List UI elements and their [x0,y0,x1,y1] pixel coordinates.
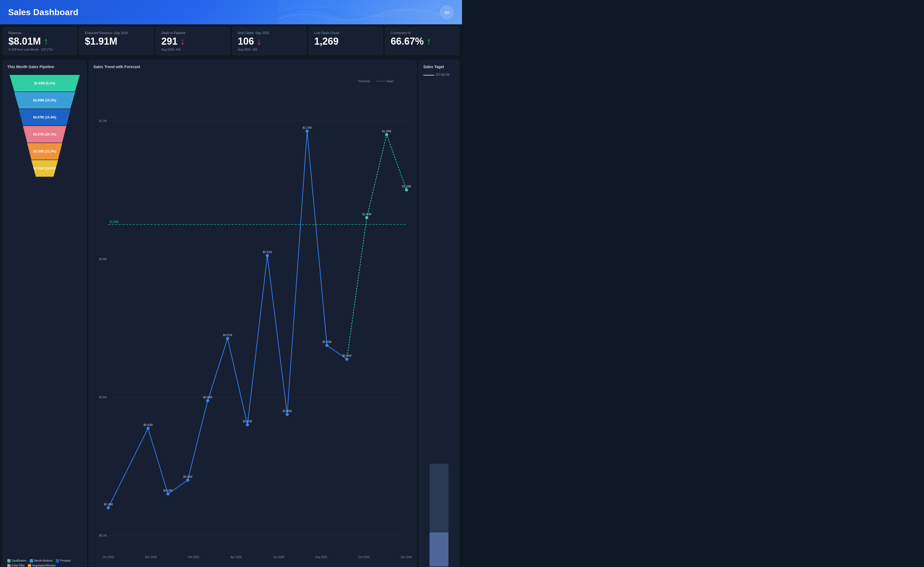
kpi-card-won_deals: Won Deals: Sep 2020 106 ↓ Aug 2020: 198 [232,27,307,55]
main-content: This Month Sales Pipeline $2.43M (8.2%)$… [0,58,462,567]
funnel-panel: This Month Sales Pipeline $2.43M (8.2%)$… [3,60,87,567]
svg-text:$1.00M: $1.00M [110,220,119,224]
legend-item: Qualification [7,559,27,562]
kpi-value: 66.67% ↑ [391,36,454,47]
legend-color-box [30,559,33,562]
svg-point-50 [405,189,408,191]
svg-text:$1.3M: $1.3M [99,119,107,122]
target-title: Sales Taget [423,64,455,69]
svg-text:Threshold:: Threshold: [358,80,370,83]
svg-text:$1.26M: $1.26M [382,129,391,132]
kpi-sub: Aug 2020: 445 [161,48,224,51]
svg-text:$0.22M: $0.22M [164,489,172,492]
kpi-label: Conversion % [391,31,454,35]
svg-text:$0.1M: $0.1M [99,534,107,537]
legend-item: Negotiation/Review [28,564,56,567]
svg-text:Dec 2019: Dec 2019 [145,556,157,559]
svg-text:Apr 2020: Apr 2020 [230,556,242,559]
legend-color-box [7,564,11,567]
svg-point-44 [346,358,348,360]
arrow-down-icon: ↓ [257,36,262,47]
legend-label: Initial Offer [12,564,25,567]
svg-rect-0 [108,86,406,553]
svg-text:$0.42M: $0.42M [243,420,252,423]
chart-area: $0.1M $0.5M $0.9M $1.3M Oct 2019Dec 2019… [93,73,412,567]
svg-text:$0.26M: $0.26M [183,475,192,478]
svg-text:$0.45M: $0.45M [283,410,292,412]
funnel-segment-3: $5.97M (20.1%) [23,126,66,143]
arrow-up-icon: ↑ [427,36,432,47]
kpi-sub: % Diff from Last Month : 107.27% [8,48,71,51]
svg-text:Target: Target [386,80,394,83]
target-bar-bg [429,464,448,567]
header-logo: ∞ [440,5,454,19]
kpi-row: Revenue $8.01M ↑ % Diff from Last Month … [0,24,462,58]
svg-text:$0.41M: $0.41M [143,423,152,426]
kpi-card-lost_deals: Lost Deals Count 1,269 [309,27,383,55]
svg-point-48 [385,133,388,136]
legend-label: Negotiation/Review [32,564,56,567]
svg-text:$1.10M: $1.10M [402,185,411,188]
legend-label: Prospect [60,559,71,562]
target-panel: Sales Taget $23.8827M $8.01M [419,60,459,567]
target-legend: $23.8827M [423,73,455,76]
svg-text:$0.5M: $0.5M [99,396,107,399]
kpi-card-expected_revenue: Exepcted Revenue: Sep 2020 $1.91M [79,27,154,55]
svg-point-30 [206,399,209,402]
svg-text:$0.49M: $0.49M [203,396,212,399]
funnel-segment-5: $7.31M (24.6%) [32,160,58,177]
arrow-down-icon: ↓ [180,36,185,47]
svg-text:$0.18M: $0.18M [104,502,113,506]
legend-label: Qualification [12,559,27,562]
funnel-segment-4: $6.38M (21.5%) [27,143,62,160]
funnel-container: $2.43M (8.2%)$3.05M (10.3%)$4.57M (15.4%… [7,73,82,556]
svg-text:Oct 2019: Oct 2019 [103,556,114,559]
funnel-legend: Qualification Needs Analysis Prospect In… [7,559,82,567]
kpi-card-conversion: Conversion % 66.67% ↑ [385,27,460,55]
funnel-segment-1: $3.05M (10.3%) [14,92,75,109]
page-title: Sales Dashboard [8,7,78,17]
svg-point-26 [167,492,169,495]
svg-text:$0.91M: $0.91M [263,250,272,254]
svg-text:$0.67M: $0.67M [223,333,232,336]
svg-text:$0.9M: $0.9M [99,257,107,260]
svg-point-34 [246,423,249,426]
legend-color-box [28,564,31,567]
svg-point-28 [187,478,189,481]
legend-color-box [56,559,59,562]
funnel-title: This Month Sales Pipeline [7,64,82,69]
svg-point-38 [286,413,289,416]
svg-text:Aug 2020: Aug 2020 [316,556,327,559]
svg-text:$1.02M: $1.02M [362,213,371,216]
kpi-label: Won Deals: Sep 2020 [238,31,301,35]
target-line-icon [423,75,434,75]
legend-item: Needs Analysis [30,559,53,562]
svg-text:$1.27M: $1.27M [302,126,312,129]
funnel-segment-0: $2.43M (8.2%) [9,75,80,92]
target-bar-container: $8.01M [423,79,455,567]
chart-title: Sales Trend with Forecast [93,64,412,69]
kpi-label: Deals in Pipeline [161,31,224,35]
svg-text:Oct 2020: Oct 2020 [358,556,369,559]
svg-text:Dec 2020: Dec 2020 [401,556,412,559]
kpi-label: Exepcted Revenue: Sep 2020 [85,31,148,35]
kpi-value: $8.01M ↑ [8,36,71,47]
kpi-value: 291 ↓ [161,36,224,47]
legend-label: Needs Analysis [34,559,53,562]
target-value-label: $23.8827M [436,73,449,76]
svg-text:Jun 2020: Jun 2020 [273,556,284,559]
svg-point-42 [326,344,328,346]
svg-point-32 [226,337,229,340]
svg-point-22 [107,506,110,509]
kpi-value: $1.91M [85,36,148,47]
kpi-sub: Aug 2020: 198 [238,48,301,51]
svg-text:Feb 2020: Feb 2020 [188,556,199,559]
kpi-value: 1,269 [314,36,377,47]
legend-item: Initial Offer [7,564,25,567]
kpi-label: Lost Deals Count [314,31,377,35]
svg-text:$0.61M: $0.61M [342,354,351,357]
kpi-label: Revenue [8,31,71,35]
svg-point-40 [306,130,309,132]
legend-color-box [7,559,11,562]
chart-svg: $0.1M $0.5M $0.9M $1.3M Oct 2019Dec 2019… [93,73,412,566]
